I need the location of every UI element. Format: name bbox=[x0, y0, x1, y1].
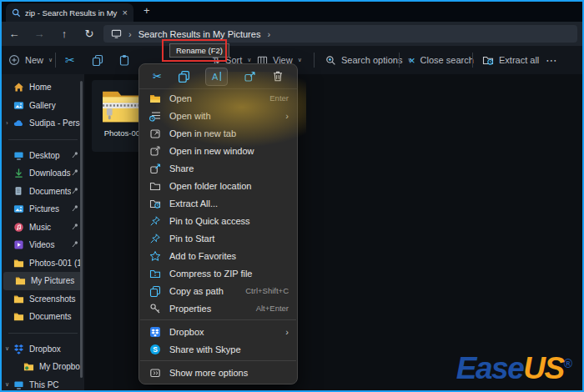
sidebar-item-documents-folder[interactable]: Documents bbox=[2, 308, 84, 326]
new-tab-button[interactable]: + bbox=[143, 4, 150, 17]
share-icon bbox=[149, 162, 161, 174]
menu-item-compress-to-zip[interactable]: Compress to ZIP file bbox=[139, 264, 297, 282]
menu-item-open-in-new-window[interactable]: Open in new window bbox=[139, 142, 297, 159]
sidebar-divider bbox=[8, 139, 78, 140]
close-search-label: Close search bbox=[420, 55, 474, 65]
dropbox-icon bbox=[149, 325, 161, 338]
explorer-tab[interactable]: zip - Search Results in My Pict × bbox=[6, 3, 133, 22]
music-icon bbox=[13, 221, 24, 233]
pin-icon bbox=[71, 223, 80, 232]
expand-chevron-icon[interactable]: › bbox=[2, 120, 13, 126]
menu-item-pin-to-quick-access[interactable]: Pin to Quick access bbox=[139, 212, 297, 229]
up-icon[interactable]: ↑ bbox=[52, 28, 77, 40]
folder-icon bbox=[13, 311, 24, 323]
menu-item-open-with[interactable]: Open with › bbox=[139, 107, 297, 124]
pin-icon bbox=[71, 168, 80, 178]
copy-button[interactable] bbox=[92, 46, 103, 74]
search-options-icon bbox=[325, 55, 336, 66]
folder-icon bbox=[14, 275, 26, 287]
menu-separator bbox=[140, 360, 296, 361]
close-search-button[interactable]: × Close search bbox=[409, 46, 474, 74]
folder-icon bbox=[149, 92, 161, 104]
sidebar-item-my-pictures[interactable]: My Pictures bbox=[3, 272, 83, 290]
title-bar: zip - Search Results in My Pict × + bbox=[2, 2, 582, 22]
pictures-icon bbox=[13, 204, 24, 215]
toolbar-separator bbox=[55, 53, 56, 68]
close-search-icon: × bbox=[409, 54, 415, 67]
sidebar-item-home[interactable]: Home bbox=[2, 78, 84, 97]
paste-button[interactable] bbox=[118, 46, 130, 74]
new-button[interactable]: New ∨ bbox=[8, 46, 53, 74]
refresh-icon[interactable]: ↻ bbox=[77, 28, 102, 40]
forward-icon[interactable]: → bbox=[27, 28, 52, 40]
context-menu: ✂ A Open Enter Open with › Open in new t… bbox=[138, 63, 298, 384]
sidebar-item-pictures[interactable]: Pictures bbox=[2, 200, 84, 219]
copy-icon[interactable] bbox=[178, 70, 190, 83]
rename-button[interactable]: A bbox=[205, 68, 228, 86]
share-icon[interactable] bbox=[244, 70, 256, 83]
downloads-icon bbox=[13, 168, 24, 179]
menu-item-open-in-new-tab[interactable]: Open in new tab bbox=[139, 124, 297, 142]
menu-item-share[interactable]: Share bbox=[139, 159, 297, 177]
desktop-icon bbox=[13, 149, 24, 161]
menu-item-show-more-options[interactable]: Show more options bbox=[139, 364, 297, 381]
videos-icon bbox=[13, 239, 24, 251]
more-options-button[interactable]: ⋯ bbox=[546, 46, 557, 74]
menu-item-dropbox[interactable]: Dropbox › bbox=[139, 323, 297, 340]
copy-path-icon bbox=[149, 284, 161, 297]
pin-icon bbox=[71, 204, 80, 214]
menu-item-copy-as-path[interactable]: Copy as path Ctrl+Shift+C bbox=[139, 282, 297, 299]
sidebar-item-videos[interactable]: Videos bbox=[2, 236, 84, 254]
submenu-arrow-icon: › bbox=[285, 111, 289, 121]
zip-icon bbox=[149, 267, 161, 279]
menu-item-share-with-skype[interactable]: S Share with Skype bbox=[139, 340, 297, 358]
pin-icon bbox=[71, 240, 80, 249]
extract-all-button[interactable]: Extract all bbox=[482, 46, 539, 74]
sidebar-item-photos-001[interactable]: Photos-001 (1) bbox=[2, 254, 84, 273]
dropbox-icon bbox=[13, 343, 24, 354]
sidebar-item-gallery[interactable]: Gallery bbox=[2, 97, 84, 115]
folder-outline-icon bbox=[149, 179, 161, 192]
sidebar-item-onedrive[interactable]: › Sudipa - Persona bbox=[2, 114, 84, 133]
folder-icon bbox=[13, 257, 24, 269]
sidebar-item-documents[interactable]: Documents bbox=[2, 183, 84, 201]
sidebar-item-my-dropbox[interactable]: My Dropbox M bbox=[2, 358, 84, 376]
sidebar-item-screenshots[interactable]: Screenshots bbox=[2, 290, 84, 309]
plus-circle-icon bbox=[8, 54, 20, 66]
menu-item-properties[interactable]: Properties Alt+Enter bbox=[139, 299, 297, 317]
navigation-bar: ← → ↑ ↻ › Search Results in My Pictures … bbox=[2, 22, 582, 46]
breadcrumb-chevron-icon: › bbox=[128, 29, 132, 39]
sidebar-item-desktop[interactable]: Desktop bbox=[2, 147, 84, 165]
menu-item-extract-all[interactable]: Extract All... bbox=[139, 194, 297, 212]
cut-button[interactable]: ✂ bbox=[65, 46, 75, 74]
sidebar-item-this-pc[interactable]: ∨ This PC bbox=[2, 376, 84, 391]
sidebar-scrollbar[interactable] bbox=[80, 81, 83, 378]
sidebar-item-dropbox[interactable]: ∨ Dropbox bbox=[2, 340, 84, 359]
cut-icon: ✂ bbox=[65, 53, 75, 67]
this-pc-icon bbox=[13, 379, 24, 390]
collapse-chevron-icon[interactable]: ∨ bbox=[2, 345, 13, 352]
breadcrumb[interactable]: Search Results in My Pictures bbox=[138, 29, 261, 39]
menu-item-pin-to-start[interactable]: Pin to Start bbox=[139, 229, 297, 247]
tab-close-icon[interactable]: × bbox=[123, 8, 128, 18]
show-more-icon bbox=[149, 366, 161, 379]
delete-icon[interactable] bbox=[272, 70, 284, 83]
sidebar-divider bbox=[8, 333, 78, 334]
pin-icon bbox=[149, 214, 161, 227]
menu-item-open-folder-location[interactable]: Open folder location bbox=[139, 177, 297, 194]
extract-all-icon bbox=[149, 197, 161, 209]
open-with-icon bbox=[149, 109, 161, 122]
menu-item-add-to-favorites[interactable]: Add to Favorites bbox=[139, 247, 297, 264]
sidebar-item-music[interactable]: Music bbox=[2, 219, 84, 237]
search-options-label: Search options bbox=[341, 55, 402, 65]
cut-icon[interactable]: ✂ bbox=[153, 71, 162, 82]
extract-all-label: Extract all bbox=[499, 55, 539, 65]
onedrive-cloud-icon bbox=[13, 118, 24, 129]
menu-item-open[interactable]: Open Enter bbox=[139, 89, 297, 107]
document-icon bbox=[13, 185, 24, 197]
pin-icon bbox=[149, 232, 161, 244]
collapse-chevron-icon[interactable]: ∨ bbox=[2, 381, 13, 388]
back-icon[interactable]: ← bbox=[2, 28, 27, 40]
new-window-icon bbox=[149, 144, 161, 157]
sidebar-item-downloads[interactable]: Downloads bbox=[2, 164, 84, 183]
